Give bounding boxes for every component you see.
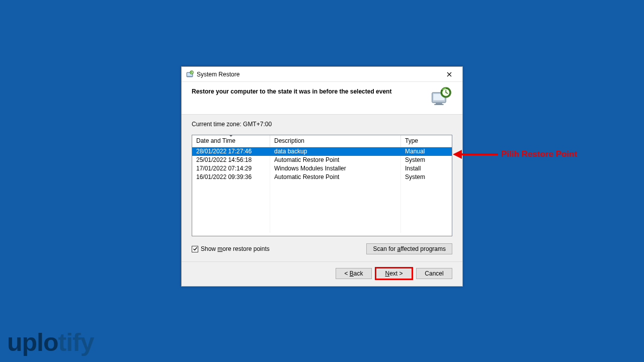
annotation-label: Pilih Restore Point <box>501 149 577 159</box>
close-button[interactable] <box>439 67 459 81</box>
table-row[interactable]: 16/01/2022 09:39:36Automatic Restore Poi… <box>192 173 452 182</box>
cell-date: 16/01/2022 09:39:36 <box>192 173 270 182</box>
list-footer-row: Show more restore points Scan for affect… <box>192 243 452 254</box>
back-button[interactable]: < Back <box>336 268 372 279</box>
cell-description: data backup <box>270 147 401 156</box>
cell-type: System <box>401 156 452 164</box>
table-row[interactable]: 17/01/2022 07:14:29Windows Modules Insta… <box>192 164 452 173</box>
timezone-label: Current time zone: GMT+7:00 <box>192 121 452 128</box>
sort-indicator-icon <box>229 135 233 137</box>
system-restore-dialog: System Restore Restore your computer to … <box>181 66 463 287</box>
dialog-footer: < Back Next > Cancel <box>182 261 462 286</box>
cell-date: 17/01/2022 07:14:29 <box>192 164 270 173</box>
list-header: Date and Time Description Type <box>192 135 452 147</box>
cell-description: Automatic Restore Point <box>270 156 401 164</box>
svg-rect-5 <box>436 103 442 104</box>
scan-affected-button[interactable]: Scan for affected programs <box>366 243 452 254</box>
restore-points-list[interactable]: Date and Time Description Type 28/01/202… <box>192 135 452 236</box>
cell-type: System <box>401 173 452 182</box>
cell-date: 25/01/2022 14:56:18 <box>192 156 270 164</box>
show-more-checkbox[interactable]: Show more restore points <box>192 245 270 252</box>
col-header-type[interactable]: Type <box>401 135 452 147</box>
checkbox-icon <box>192 246 198 252</box>
svg-rect-6 <box>434 104 443 105</box>
watermark: uplotify <box>7 328 94 357</box>
cell-date: 28/01/2022 17:27:46 <box>192 147 270 156</box>
window-title: System Restore <box>197 71 439 78</box>
dialog-body: Current time zone: GMT+7:00 Date and Tim… <box>182 115 462 261</box>
close-icon <box>447 72 452 77</box>
header-area: Restore your computer to the state it wa… <box>182 82 462 115</box>
col-header-date[interactable]: Date and Time <box>192 135 270 147</box>
col-header-description[interactable]: Description <box>270 135 401 147</box>
cell-type: Manual <box>401 147 452 156</box>
cell-type: Install <box>401 164 452 173</box>
cell-description: Automatic Restore Point <box>270 173 401 182</box>
titlebar: System Restore <box>182 67 462 82</box>
system-restore-icon <box>186 70 194 78</box>
cancel-button[interactable]: Cancel <box>416 268 452 279</box>
next-button[interactable]: Next > <box>376 268 412 279</box>
table-row[interactable]: 25/01/2022 14:56:18Automatic Restore Poi… <box>192 156 452 164</box>
instruction-text: Restore your computer to the state it wa… <box>192 87 425 95</box>
show-more-label: Show more restore points <box>201 245 270 252</box>
svg-point-2 <box>190 70 194 74</box>
restore-graphic-icon <box>430 87 452 107</box>
cell-description: Windows Modules Installer <box>270 164 401 173</box>
table-row[interactable]: 28/01/2022 17:27:46data backupManual <box>192 147 452 156</box>
annotation-arrow: Pilih Restore Point <box>453 149 577 159</box>
